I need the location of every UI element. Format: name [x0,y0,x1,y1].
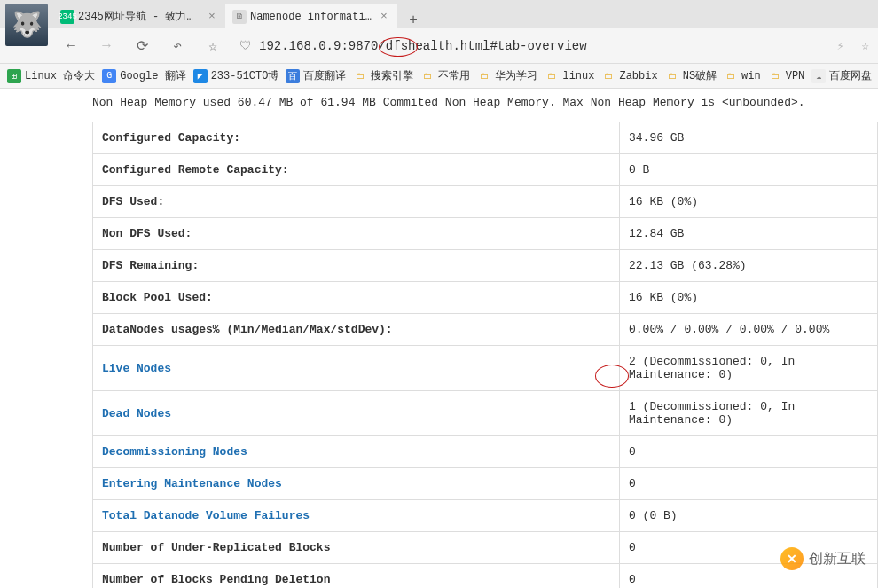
table-row: Non DFS Used:12.84 GB [93,218,878,250]
row-key: Number of Under-Replicated Blocks [93,532,620,564]
folder-icon: 🗀 [601,69,615,83]
row-value: 0 [620,436,878,468]
folder-icon: 🗀 [724,69,738,83]
bookmark-icon: G [102,69,116,83]
row-value: 1 (Decommissioned: 0, In Maintenance: 0) [620,391,878,436]
bookmark-folder[interactable]: 🗀搜索引擎 [353,68,413,83]
bookmark-label: linux [562,70,594,82]
bookmark-item[interactable]: ☁百度网盘 [811,68,872,83]
bookmark-folder[interactable]: 🗀华为学习 [477,68,537,83]
address-bar[interactable]: 🛡 192.168.0.9:9870/dfshealth.html#tab-ov… [239,39,819,53]
folder-icon: 🗀 [477,69,491,83]
row-value: 2 (Decommissioned: 0, In Maintenance: 0) [620,346,878,391]
table-row: Number of Under-Replicated Blocks0 [93,532,878,564]
row-value: 0 [620,468,878,500]
bookmark-label: VPN [786,70,805,82]
bookmark-label: 233-51CTO博 [211,68,279,83]
bookmark-label: win [741,70,761,82]
row-key[interactable]: Dead Nodes [93,391,620,436]
new-tab-button[interactable]: + [397,12,429,28]
row-key: Configured Remote Capacity: [93,154,620,186]
folder-icon: 🗀 [665,69,679,83]
close-icon[interactable]: × [378,11,390,23]
page-content: Non Heap Memory used 60.47 MB of 61.94 M… [0,89,878,588]
bookmark-folder[interactable]: 🗀VPN [768,69,805,83]
row-key: Configured Capacity: [93,122,620,154]
bookmark-item[interactable]: 百百度翻译 [286,68,346,83]
table-row: Block Pool Used:16 KB (0%) [93,282,878,314]
bookmark-item[interactable]: ⊞Linux 命令大 [7,68,95,83]
table-row: Dead Nodes1 (Decommissioned: 0, In Maint… [93,391,878,436]
bookmark-folder[interactable]: 🗀Zabbix [601,69,657,83]
bookmark-label: 华为学习 [495,68,537,83]
tab-namenode[interactable]: 🗎 Namenode information × [225,4,397,28]
table-row: Configured Capacity:34.96 GB [93,122,878,154]
row-key: Non DFS Used: [93,218,620,250]
tab-bar: 2345 2345网址导航 - 致力于打造百 × 🗎 Namenode info… [0,0,878,28]
bookmark-label: 不常用 [438,68,470,83]
table-row: Total Datanode Volume Failures0 (0 B) [93,500,878,532]
table-row: DFS Used:16 KB (0%) [93,186,878,218]
summary-table: Configured Capacity:34.96 GBConfigured R… [92,122,878,588]
bookmark-folder[interactable]: 🗀win [724,69,761,83]
tab-label: Namenode information [250,11,374,23]
row-key-link[interactable]: Live Nodes [102,362,171,375]
bookmark-item[interactable]: GGoogle 翻译 [102,68,185,83]
row-key-link[interactable]: Dead Nodes [102,407,171,420]
nonheap-memory-text: Non Heap Memory used 60.47 MB of 61.94 M… [92,89,878,122]
row-value: 0 (0 B) [620,500,878,532]
row-value: 22.13 GB (63.28%) [620,250,878,282]
bookmark-label: Zabbix [619,70,657,82]
forward-button[interactable]: → [98,37,115,55]
bookmark-label: 百度网盘 [829,68,872,83]
table-row: Decommissioning Nodes0 [93,436,878,468]
row-key[interactable]: Total Datanode Volume Failures [93,500,620,532]
row-value: 16 KB (0%) [620,186,878,218]
watermark-logo-icon: ✕ [780,547,804,570]
table-row: Number of Blocks Pending Deletion0 [93,564,878,589]
row-value: 0 B [620,154,878,186]
row-key: Block Pool Used: [93,282,620,314]
bookmark-label: 百度翻译 [303,68,346,83]
row-value: 34.96 GB [620,122,878,154]
row-key: DFS Remaining: [93,250,620,282]
url-text[interactable]: 192.168.0.9:9870/dfshealth.html#tab-over… [259,39,819,53]
row-key: DataNodes usages% (Min/Median/Max/stdDev… [93,314,620,346]
shield-icon: 🛡 [239,39,252,53]
tab-label: 2345网址导航 - 致力于打造百 [78,9,202,24]
bookmark-label: Google 翻译 [120,68,185,83]
folder-icon: 🗀 [768,69,782,83]
watermark-text: 创新互联 [809,550,866,568]
tab-2345[interactable]: 2345 2345网址导航 - 致力于打造百 × [53,4,225,28]
row-key[interactable]: Entering Maintenance Nodes [93,468,620,500]
row-key[interactable]: Live Nodes [93,346,620,391]
reload-button[interactable]: ⟳ [133,37,151,55]
bookmark-folder[interactable]: 🗀不常用 [420,68,470,83]
bookmarks-bar: ⊞Linux 命令大 GGoogle 翻译 ◤233-51CTO博 百百度翻译 … [0,64,878,89]
bookmark-item[interactable]: ◤233-51CTO博 [193,68,279,83]
bookmark-folder[interactable]: 🗀linux [545,69,594,83]
folder-icon: 🗀 [545,69,559,83]
bookmark-icon: 百 [286,69,300,83]
fav-icon[interactable]: ☆ [862,38,869,53]
nav-bar: ← → ⟳ ↶ ☆ 🛡 192.168.0.9:9870/dfshealth.h… [0,28,878,64]
table-row: DataNodes usages% (Min/Median/Max/stdDev… [93,314,878,346]
favicon-page-icon: 🗎 [232,10,247,24]
row-key-link[interactable]: Total Datanode Volume Failures [102,509,310,522]
favicon-2345-icon: 2345 [60,10,74,24]
watermark: ✕ 创新互联 [780,547,866,570]
undo-button[interactable]: ↶ [169,37,186,55]
row-key-link[interactable]: Entering Maintenance Nodes [102,477,282,490]
bookmark-icon: ◤ [193,69,208,83]
row-key-link[interactable]: Decommissioning Nodes [102,445,247,459]
flash-icon[interactable]: ⚡ [837,39,844,53]
profile-avatar[interactable]: 🐺 [5,4,48,46]
row-value: 16 KB (0%) [620,282,878,314]
bookmark-folder[interactable]: 🗀NS破解 [665,68,717,83]
close-icon[interactable]: × [206,11,218,23]
back-button[interactable]: ← [62,37,80,55]
bookmark-label: NS破解 [683,68,717,83]
bookmark-icon: ☁ [811,69,826,83]
bookmark-star-button[interactable]: ☆ [204,37,222,55]
row-key[interactable]: Decommissioning Nodes [93,436,620,468]
